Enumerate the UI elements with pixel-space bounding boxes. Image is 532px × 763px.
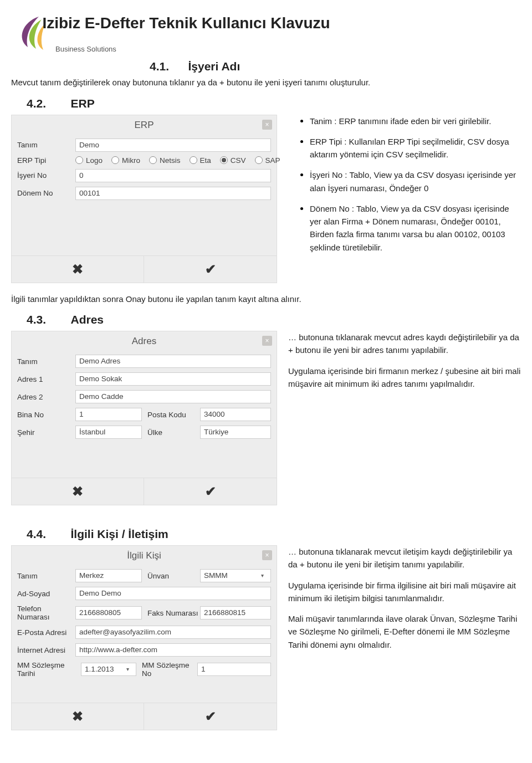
ulke-input[interactable]: Türkiye [200,426,271,439]
section-title: İşyeri Adı [188,60,240,73]
mm-tarih-label: MM Sözleşme Tarihi [17,661,81,678]
tel-input[interactable]: 2166880805 [75,606,142,619]
adres-note-1: … butonuna tıklanarak mevcut adres kaydı… [288,331,521,357]
sehir-label: Şehir [17,428,75,437]
faks-label: Faks Numarası [142,609,200,617]
isyeri-no-label: İşyeri No [17,171,75,180]
eposta-input[interactable]: adefter@ayasofyazilim.com [75,626,271,639]
section-title: İlgili Kişi / İletişim [70,528,168,541]
erp-note-tanim: Tanim : ERP tanımını ifade eden bir veri… [310,115,491,127]
adres-dialog-title: Adres [12,331,277,350]
erp-type-logo[interactable]: Logo [75,156,103,165]
posta-kodu-input[interactable]: 34000 [200,408,271,421]
document-header: Izibiz E-Defter Teknik Kullanıcı Klavuzu… [11,11,521,53]
unvan-select[interactable]: SMMM ▾ [200,569,271,582]
chevron-down-icon: ▾ [258,570,267,582]
section-4-2-heading: 4.2. ERP [11,97,521,110]
sehir-input[interactable]: İstanbul [75,426,142,439]
erp-type-csv[interactable]: CSV [220,156,246,165]
section-title: ERP [70,97,94,110]
confirm-button[interactable]: ✔ [144,703,277,730]
document-title: Izibiz E-Defter Teknik Kullanıcı Klavuzu [42,14,330,32]
adres2-input[interactable]: Demo Cadde [75,390,271,403]
adsoyad-label: Ad-Soyad [17,590,75,598]
cancel-button[interactable]: ✖ [12,703,144,730]
iletisim-tanim-label: Tanım [17,572,75,580]
erp-dialog: ERP × Tanım Demo ERP Tipi Logo Mikro Net… [11,115,277,283]
erp-side-notes: Tanim : ERP tanımını ifade eden bir veri… [288,115,521,262]
section-number: 4.2. [27,97,46,110]
isyeri-no-input[interactable]: 0 [75,169,271,182]
erp-note-donem: Dönem No : Tablo, View ya da CSV dosyası… [310,202,521,254]
adsoyad-input[interactable]: Demo Demo [75,587,271,600]
adres1-input[interactable]: Demo Sokak [75,372,271,386]
ulke-label: Ülke [142,428,200,437]
section-4-1-heading: 4.1. İşyeri Adı [11,60,521,73]
section-4-4-heading: 4.4. İlgili Kişi / İletişim [11,528,521,541]
tel-label: Telefon Numarası [17,605,75,621]
erp-note-isyeri: İşyeri No : Tablo, View ya da CSV dosyas… [310,168,521,194]
erp-note-tipi: ERP Tipi : Kullanılan ERP Tipi seçilmeli… [310,135,521,161]
erp-tipi-label: ERP Tipi [17,156,75,165]
adres2-label: Adres 2 [17,393,75,401]
faks-input[interactable]: 2166880815 [200,606,271,619]
erp-tipi-radio-group: Logo Mikro Netsis Eta CSV SAP [75,156,280,165]
iletisim-note-1: … butonuna tıklanarak mevcut iletişim ka… [288,545,521,571]
erp-type-sap[interactable]: SAP [255,156,280,165]
section-4-3-heading: 4.3. Adres [11,313,521,326]
posta-kodu-label: Posta Kodu [142,411,200,419]
erp-type-netsis[interactable]: Netsis [149,156,181,165]
cancel-button[interactable]: ✖ [12,478,144,505]
section-number: 4.1. [150,60,169,73]
section-number: 4.3. [27,313,46,326]
iletisim-dialog: İlgili Kişi × Tanım Merkez Ünvan SMMM ▾ … [11,545,277,730]
section-title: Adres [70,313,104,326]
erp-dialog-title: ERP [12,115,277,134]
eposta-label: E-Posta Adresi [17,628,75,637]
confirm-button[interactable]: ✔ [144,478,277,505]
internet-input[interactable]: http://www.a-defter.com [75,643,271,657]
erp-type-mikro[interactable]: Mikro [111,156,140,165]
erp-type-eta[interactable]: Eta [190,156,211,165]
internet-label: İnternet Adresi [17,646,75,654]
chevron-down-icon: ▾ [123,663,132,675]
cancel-button[interactable]: ✖ [12,256,144,283]
adres1-label: Adres 1 [17,375,75,383]
iletisim-note-3: Mali müşavir tanımlarında ilave olarak Ü… [288,612,521,651]
close-icon[interactable]: × [262,336,272,346]
binano-input[interactable]: 1 [75,408,142,421]
iletisim-tanim-input[interactable]: Merkez [75,569,142,582]
donem-no-label: Dönem No [17,189,75,197]
binano-label: Bina No [17,411,75,419]
close-icon[interactable]: × [262,550,272,560]
close-icon[interactable]: × [262,120,272,130]
donem-no-input[interactable]: 00101 [75,187,271,200]
section-4-1-text: Mevcut tanım değiştirilerek onay butonun… [11,76,521,89]
unvan-label: Ünvan [142,572,200,580]
adres-dialog: Adres × Tanım Demo Adres Adres 1 Demo So… [11,331,277,505]
tanim-input[interactable]: Demo [75,139,271,152]
section-number: 4.4. [27,528,46,541]
adres-tanim-input[interactable]: Demo Adres [75,355,271,368]
iletisim-side-notes: … butonuna tıklanarak mevcut iletişim ka… [288,545,521,659]
mm-tarih-datepicker[interactable]: 1.1.2013 ▾ [81,663,136,676]
mm-no-label: MM Sözleşme No [136,661,197,678]
iletisim-note-2: Uygulama içerisinde bir firma ilgilisine… [288,579,521,605]
tanim-label: Tanım [17,141,75,149]
logo-subtitle: Business Solutions [55,45,521,53]
confirm-button[interactable]: ✔ [144,256,277,283]
section-4-2-after-text: İlgili tanımlar yapıldıktan sonra Onay b… [11,293,521,306]
adres-tanim-label: Tanım [17,357,75,366]
iletisim-dialog-title: İlgili Kişi [12,546,277,565]
adres-side-notes: … butonuna tıklanarak mevcut adres kaydı… [288,331,521,398]
adres-note-2: Uygulama içerisinde biri firmanın merkez… [288,365,521,391]
mm-no-input[interactable]: 1 [197,663,271,676]
